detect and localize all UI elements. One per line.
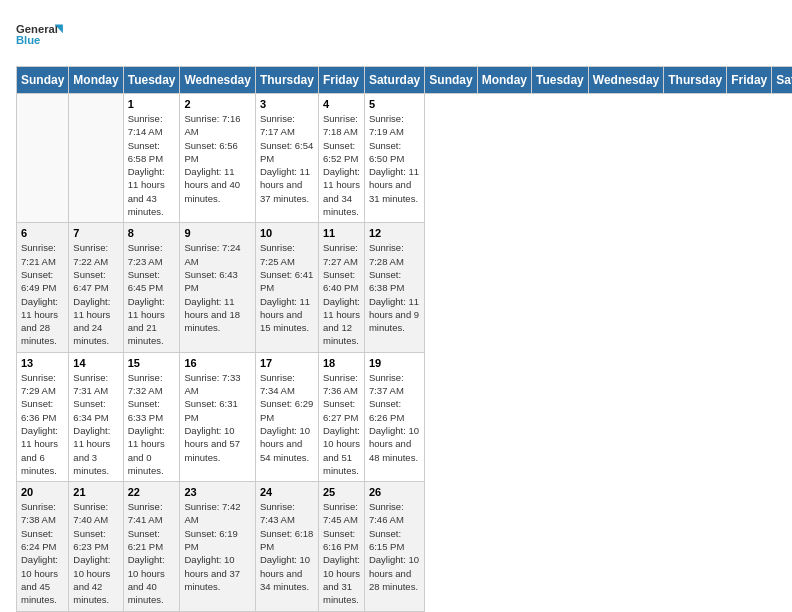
day-number: 25	[323, 486, 360, 498]
day-number: 10	[260, 227, 314, 239]
day-info: Sunrise: 7:43 AM Sunset: 6:18 PM Dayligh…	[260, 500, 314, 593]
day-header-friday: Friday	[727, 67, 772, 94]
day-info: Sunrise: 7:19 AM Sunset: 6:50 PM Dayligh…	[369, 112, 420, 205]
calendar-cell: 3Sunrise: 7:17 AM Sunset: 6:54 PM Daylig…	[255, 94, 318, 223]
day-number: 2	[184, 98, 250, 110]
day-info: Sunrise: 7:34 AM Sunset: 6:29 PM Dayligh…	[260, 371, 314, 464]
calendar-cell: 14Sunrise: 7:31 AM Sunset: 6:34 PM Dayli…	[69, 352, 123, 481]
day-header-monday: Monday	[69, 67, 123, 94]
day-info: Sunrise: 7:37 AM Sunset: 6:26 PM Dayligh…	[369, 371, 420, 464]
day-number: 23	[184, 486, 250, 498]
day-header-wednesday: Wednesday	[588, 67, 663, 94]
day-info: Sunrise: 7:21 AM Sunset: 6:49 PM Dayligh…	[21, 241, 64, 347]
svg-text:General: General	[16, 23, 58, 35]
calendar-week-3: 13Sunrise: 7:29 AM Sunset: 6:36 PM Dayli…	[17, 352, 793, 481]
calendar-cell: 17Sunrise: 7:34 AM Sunset: 6:29 PM Dayli…	[255, 352, 318, 481]
day-number: 11	[323, 227, 360, 239]
day-header-saturday: Saturday	[364, 67, 424, 94]
calendar-cell: 2Sunrise: 7:16 AM Sunset: 6:56 PM Daylig…	[180, 94, 255, 223]
day-info: Sunrise: 7:29 AM Sunset: 6:36 PM Dayligh…	[21, 371, 64, 477]
day-header-tuesday: Tuesday	[531, 67, 588, 94]
day-number: 19	[369, 357, 420, 369]
calendar-week-4: 20Sunrise: 7:38 AM Sunset: 6:24 PM Dayli…	[17, 482, 793, 611]
day-number: 26	[369, 486, 420, 498]
calendar-cell: 1Sunrise: 7:14 AM Sunset: 6:58 PM Daylig…	[123, 94, 180, 223]
day-header-thursday: Thursday	[255, 67, 318, 94]
calendar-cell: 26Sunrise: 7:46 AM Sunset: 6:15 PM Dayli…	[364, 482, 424, 611]
svg-text:Blue: Blue	[16, 34, 40, 46]
day-info: Sunrise: 7:27 AM Sunset: 6:40 PM Dayligh…	[323, 241, 360, 347]
calendar-cell: 18Sunrise: 7:36 AM Sunset: 6:27 PM Dayli…	[318, 352, 364, 481]
calendar-cell: 21Sunrise: 7:40 AM Sunset: 6:23 PM Dayli…	[69, 482, 123, 611]
day-number: 7	[73, 227, 118, 239]
day-number: 21	[73, 486, 118, 498]
day-header-sunday: Sunday	[425, 67, 477, 94]
day-number: 9	[184, 227, 250, 239]
day-number: 8	[128, 227, 176, 239]
day-number: 5	[369, 98, 420, 110]
logo: General Blue	[16, 16, 66, 56]
day-number: 24	[260, 486, 314, 498]
calendar-cell: 4Sunrise: 7:18 AM Sunset: 6:52 PM Daylig…	[318, 94, 364, 223]
calendar-table: SundayMondayTuesdayWednesdayThursdayFrid…	[16, 66, 792, 612]
calendar-week-1: 1Sunrise: 7:14 AM Sunset: 6:58 PM Daylig…	[17, 94, 793, 223]
day-info: Sunrise: 7:33 AM Sunset: 6:31 PM Dayligh…	[184, 371, 250, 464]
day-number: 17	[260, 357, 314, 369]
day-info: Sunrise: 7:46 AM Sunset: 6:15 PM Dayligh…	[369, 500, 420, 593]
calendar-cell: 19Sunrise: 7:37 AM Sunset: 6:26 PM Dayli…	[364, 352, 424, 481]
calendar-cell: 10Sunrise: 7:25 AM Sunset: 6:41 PM Dayli…	[255, 223, 318, 352]
day-number: 1	[128, 98, 176, 110]
day-header-wednesday: Wednesday	[180, 67, 255, 94]
day-number: 20	[21, 486, 64, 498]
day-header-saturday: Saturday	[772, 67, 792, 94]
day-info: Sunrise: 7:42 AM Sunset: 6:19 PM Dayligh…	[184, 500, 250, 593]
calendar-cell: 6Sunrise: 7:21 AM Sunset: 6:49 PM Daylig…	[17, 223, 69, 352]
day-number: 18	[323, 357, 360, 369]
calendar-cell: 12Sunrise: 7:28 AM Sunset: 6:38 PM Dayli…	[364, 223, 424, 352]
calendar-cell: 5Sunrise: 7:19 AM Sunset: 6:50 PM Daylig…	[364, 94, 424, 223]
day-header-thursday: Thursday	[664, 67, 727, 94]
calendar-cell: 25Sunrise: 7:45 AM Sunset: 6:16 PM Dayli…	[318, 482, 364, 611]
day-number: 6	[21, 227, 64, 239]
day-number: 16	[184, 357, 250, 369]
calendar-cell: 23Sunrise: 7:42 AM Sunset: 6:19 PM Dayli…	[180, 482, 255, 611]
day-header-friday: Friday	[318, 67, 364, 94]
calendar-cell	[69, 94, 123, 223]
day-info: Sunrise: 7:18 AM Sunset: 6:52 PM Dayligh…	[323, 112, 360, 218]
logo-svg: General Blue	[16, 16, 66, 56]
calendar-cell	[17, 94, 69, 223]
day-info: Sunrise: 7:32 AM Sunset: 6:33 PM Dayligh…	[128, 371, 176, 477]
calendar-cell: 7Sunrise: 7:22 AM Sunset: 6:47 PM Daylig…	[69, 223, 123, 352]
calendar-cell: 20Sunrise: 7:38 AM Sunset: 6:24 PM Dayli…	[17, 482, 69, 611]
day-number: 4	[323, 98, 360, 110]
day-number: 22	[128, 486, 176, 498]
calendar-cell: 24Sunrise: 7:43 AM Sunset: 6:18 PM Dayli…	[255, 482, 318, 611]
day-info: Sunrise: 7:36 AM Sunset: 6:27 PM Dayligh…	[323, 371, 360, 477]
calendar-cell: 13Sunrise: 7:29 AM Sunset: 6:36 PM Dayli…	[17, 352, 69, 481]
calendar-week-2: 6Sunrise: 7:21 AM Sunset: 6:49 PM Daylig…	[17, 223, 793, 352]
calendar-cell: 11Sunrise: 7:27 AM Sunset: 6:40 PM Dayli…	[318, 223, 364, 352]
calendar-cell: 9Sunrise: 7:24 AM Sunset: 6:43 PM Daylig…	[180, 223, 255, 352]
day-number: 14	[73, 357, 118, 369]
day-info: Sunrise: 7:38 AM Sunset: 6:24 PM Dayligh…	[21, 500, 64, 606]
day-info: Sunrise: 7:41 AM Sunset: 6:21 PM Dayligh…	[128, 500, 176, 606]
day-info: Sunrise: 7:45 AM Sunset: 6:16 PM Dayligh…	[323, 500, 360, 606]
day-info: Sunrise: 7:23 AM Sunset: 6:45 PM Dayligh…	[128, 241, 176, 347]
day-info: Sunrise: 7:16 AM Sunset: 6:56 PM Dayligh…	[184, 112, 250, 205]
day-header-tuesday: Tuesday	[123, 67, 180, 94]
day-info: Sunrise: 7:24 AM Sunset: 6:43 PM Dayligh…	[184, 241, 250, 334]
day-info: Sunrise: 7:14 AM Sunset: 6:58 PM Dayligh…	[128, 112, 176, 218]
day-header-sunday: Sunday	[17, 67, 69, 94]
day-info: Sunrise: 7:31 AM Sunset: 6:34 PM Dayligh…	[73, 371, 118, 477]
calendar-header-row: SundayMondayTuesdayWednesdayThursdayFrid…	[17, 67, 793, 94]
day-info: Sunrise: 7:40 AM Sunset: 6:23 PM Dayligh…	[73, 500, 118, 606]
calendar-cell: 22Sunrise: 7:41 AM Sunset: 6:21 PM Dayli…	[123, 482, 180, 611]
day-header-monday: Monday	[477, 67, 531, 94]
day-info: Sunrise: 7:25 AM Sunset: 6:41 PM Dayligh…	[260, 241, 314, 334]
page-header: General Blue	[16, 16, 776, 56]
calendar-cell: 8Sunrise: 7:23 AM Sunset: 6:45 PM Daylig…	[123, 223, 180, 352]
calendar-cell: 16Sunrise: 7:33 AM Sunset: 6:31 PM Dayli…	[180, 352, 255, 481]
day-number: 3	[260, 98, 314, 110]
calendar-cell: 15Sunrise: 7:32 AM Sunset: 6:33 PM Dayli…	[123, 352, 180, 481]
day-number: 15	[128, 357, 176, 369]
